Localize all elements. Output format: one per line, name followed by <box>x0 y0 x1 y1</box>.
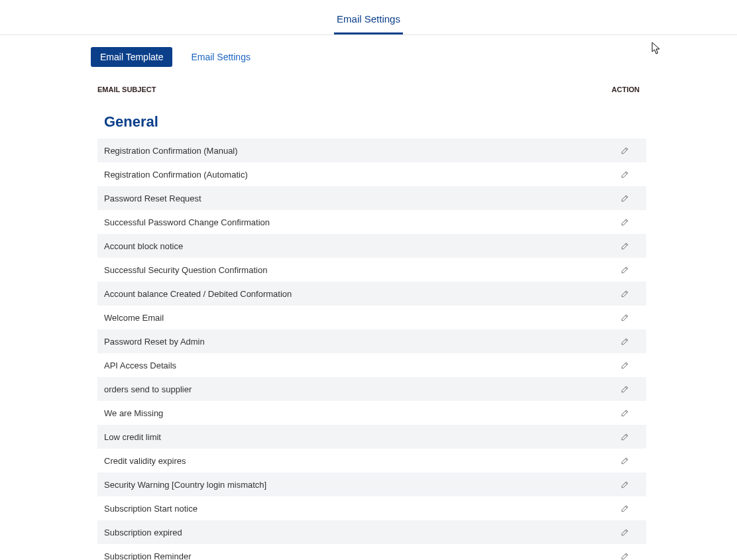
table-row: Password Reset Request <box>97 186 646 210</box>
section-title-general: General <box>104 113 646 131</box>
edit-icon[interactable] <box>619 216 631 228</box>
sub-tab-email-settings[interactable]: Email Settings <box>182 47 259 67</box>
row-action-cell <box>612 335 638 347</box>
edit-icon[interactable] <box>619 431 631 443</box>
top-tab-bar: Email Settings <box>0 0 737 35</box>
row-subject: Successful Password Change Confirmation <box>104 217 612 227</box>
row-subject: Password Reset by Admin <box>104 337 612 347</box>
table-row: API Access Details <box>97 353 646 377</box>
row-action-cell <box>612 431 638 443</box>
row-action-cell <box>612 550 638 560</box>
email-template-table: EMAIL SUBJECT ACTION General Registratio… <box>97 85 646 560</box>
edit-icon[interactable] <box>619 264 631 276</box>
edit-icon[interactable] <box>619 502 631 514</box>
edit-icon[interactable] <box>619 192 631 204</box>
table-row: Account balance Created / Debited Confor… <box>97 282 646 306</box>
row-action-cell <box>612 216 638 228</box>
table-row: Successful Security Question Confirmatio… <box>97 258 646 282</box>
table-row: Registration Confirmation (Manual) <box>97 139 646 162</box>
row-action-cell <box>612 502 638 514</box>
edit-icon[interactable] <box>619 311 631 323</box>
table-row: Subscription Reminder <box>97 544 646 560</box>
row-subject: Account balance Created / Debited Confor… <box>104 289 612 299</box>
row-subject: Credit validity expires <box>104 456 612 466</box>
row-action-cell <box>612 407 638 419</box>
rows-container: Registration Confirmation (Manual)Regist… <box>97 139 646 560</box>
row-subject: Subscription expired <box>104 528 612 537</box>
row-subject: API Access Details <box>104 361 612 370</box>
edit-icon[interactable] <box>619 550 631 560</box>
edit-icon[interactable] <box>619 478 631 490</box>
row-subject: Subscription Start notice <box>104 504 612 514</box>
row-action-cell <box>612 144 638 156</box>
row-action-cell <box>612 311 638 323</box>
edit-icon[interactable] <box>619 240 631 252</box>
row-action-cell <box>612 192 638 204</box>
row-subject: Password Reset Request <box>104 194 612 203</box>
row-subject: We are Missing <box>104 408 612 418</box>
row-subject: Successful Security Question Confirmatio… <box>104 265 612 275</box>
table-row: Subscription expired <box>97 520 646 544</box>
row-action-cell <box>612 383 638 395</box>
edit-icon[interactable] <box>619 335 631 347</box>
top-tab-email-settings[interactable]: Email Settings <box>334 7 403 34</box>
table-row: Low credit limit <box>97 425 646 449</box>
table-row: orders send to supplier <box>97 377 646 401</box>
row-action-cell <box>612 240 638 252</box>
edit-icon[interactable] <box>619 383 631 395</box>
edit-icon[interactable] <box>619 407 631 419</box>
edit-icon[interactable] <box>619 526 631 538</box>
row-action-cell <box>612 264 638 276</box>
table-row: Security Warning [Country login mismatch… <box>97 473 646 496</box>
table-row: Account block notice <box>97 234 646 258</box>
row-action-cell <box>612 359 638 371</box>
table-row: Successful Password Change Confirmation <box>97 210 646 234</box>
table-row: We are Missing <box>97 401 646 425</box>
table-row: Subscription Start notice <box>97 496 646 520</box>
column-header-action: ACTION <box>612 85 640 93</box>
row-subject: Low credit limit <box>104 432 612 442</box>
table-row: Password Reset by Admin <box>97 329 646 353</box>
edit-icon[interactable] <box>619 144 631 156</box>
row-subject: Registration Confirmation (Manual) <box>104 146 612 156</box>
sub-tab-email-template[interactable]: Email Template <box>91 47 172 67</box>
row-action-cell <box>612 455 638 467</box>
table-row: Credit validity expires <box>97 449 646 473</box>
edit-icon[interactable] <box>619 288 631 300</box>
content: Email Template Email Settings EMAIL SUBJ… <box>0 35 737 560</box>
row-action-cell <box>612 288 638 300</box>
edit-icon[interactable] <box>619 168 631 180</box>
sub-tabs: Email Template Email Settings <box>91 47 646 67</box>
column-header-subject: EMAIL SUBJECT <box>97 85 156 93</box>
row-subject: orders send to supplier <box>104 384 612 394</box>
row-action-cell <box>612 168 638 180</box>
table-header: EMAIL SUBJECT ACTION <box>97 85 646 93</box>
row-subject: Subscription Reminder <box>104 551 612 561</box>
row-action-cell <box>612 478 638 490</box>
edit-icon[interactable] <box>619 455 631 467</box>
row-subject: Registration Confirmation (Automatic) <box>104 170 612 180</box>
edit-icon[interactable] <box>619 359 631 371</box>
row-subject: Welcome Email <box>104 313 612 323</box>
row-subject: Security Warning [Country login mismatch… <box>104 480 612 490</box>
table-row: Registration Confirmation (Automatic) <box>97 162 646 186</box>
row-subject: Account block notice <box>104 241 612 251</box>
row-action-cell <box>612 526 638 538</box>
table-row: Welcome Email <box>97 306 646 329</box>
